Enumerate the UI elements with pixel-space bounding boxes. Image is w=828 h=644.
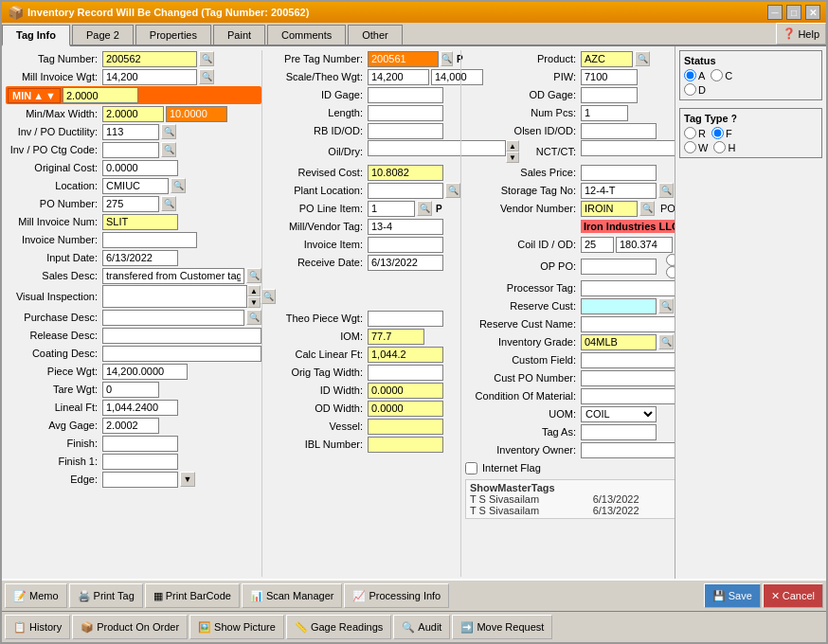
processing-info-button[interactable]: 📈 Processing Info: [344, 583, 449, 608]
input-date-input[interactable]: [102, 250, 178, 266]
avg-gage-input[interactable]: [102, 418, 159, 434]
tag-as-input[interactable]: [581, 424, 657, 440]
tag-number-search-btn[interactable]: 🔍: [199, 51, 214, 66]
inventory-grade-input[interactable]: [581, 334, 657, 350]
finish-input[interactable]: [102, 436, 178, 452]
condition-input[interactable]: [581, 388, 675, 404]
po-line-item-btn[interactable]: 🔍: [417, 201, 432, 216]
tab-page2[interactable]: Page 2: [72, 25, 134, 45]
invoice-number-input[interactable]: [102, 232, 197, 248]
finish1-input[interactable]: [102, 454, 178, 470]
pre-tag-input[interactable]: [368, 51, 439, 67]
inv-ctg-btn[interactable]: 🔍: [161, 142, 176, 157]
revised-cost-input[interactable]: [368, 165, 443, 181]
op-po-input[interactable]: [581, 259, 657, 275]
length-input[interactable]: [368, 105, 443, 121]
release-desc-input[interactable]: [102, 328, 261, 344]
scan-manager-button[interactable]: 📊 Scan Manager: [242, 583, 343, 608]
piw-input[interactable]: [581, 69, 638, 85]
invoice-item-input[interactable]: [368, 237, 443, 253]
cancel-button[interactable]: ✕ Cancel: [763, 583, 823, 608]
edge-input[interactable]: [102, 472, 178, 488]
sales-price-input[interactable]: [581, 165, 657, 181]
product-on-order-button[interactable]: 📦 Product On Order: [72, 615, 188, 639]
vendor-number-btn[interactable]: 🔍: [639, 201, 655, 216]
tab-comments[interactable]: Comments: [267, 25, 346, 45]
min-value-input[interactable]: [63, 87, 138, 103]
vis-scroll-up[interactable]: ▲: [247, 285, 261, 296]
iom-input[interactable]: [368, 329, 424, 345]
coil-id-input[interactable]: [581, 237, 614, 253]
po-number-input[interactable]: [102, 196, 159, 212]
max-width-input[interactable]: [166, 106, 227, 122]
reserve-cust-btn[interactable]: 🔍: [658, 298, 674, 313]
min-spinner-up[interactable]: ▲: [33, 90, 44, 101]
pre-tag-btn[interactable]: 🔍: [441, 51, 453, 66]
inv-ductility-input[interactable]: [102, 124, 159, 140]
location-btn[interactable]: 🔍: [171, 178, 186, 193]
edge-dropdown-btn[interactable]: ▼: [180, 472, 195, 487]
coating-desc-input[interactable]: [102, 346, 261, 362]
status-c-radio[interactable]: [711, 69, 723, 81]
custom-field-input[interactable]: [581, 352, 675, 368]
nct-ct-input[interactable]: [581, 140, 675, 156]
purchase-desc-btn[interactable]: 🔍: [246, 310, 261, 325]
uom-select[interactable]: COIL: [581, 406, 657, 422]
orig-tag-width-input[interactable]: [368, 365, 443, 381]
purchase-desc-input[interactable]: [102, 310, 244, 326]
olsen-idod-input[interactable]: [581, 123, 657, 139]
storage-tag-input[interactable]: [581, 183, 657, 199]
calc-linear-input[interactable]: [368, 347, 443, 363]
receive-date-input[interactable]: [368, 255, 443, 271]
vendor-number-input[interactable]: [581, 201, 638, 217]
show-picture-button[interactable]: 🖼️ Show Picture: [189, 615, 284, 639]
po-number-btn[interactable]: 🔍: [161, 196, 176, 211]
mill-vendor-tag-input[interactable]: [368, 219, 443, 235]
po-line-item-input[interactable]: [368, 201, 415, 217]
audit-a-radio[interactable]: [666, 254, 675, 266]
mill-invoice-num-input[interactable]: [102, 214, 178, 230]
tab-paint[interactable]: Paint: [213, 25, 265, 45]
reserve-cust-input[interactable]: [581, 298, 657, 314]
move-request-button[interactable]: ➡️ Move Request: [452, 615, 552, 639]
scale-theo-input1[interactable]: [368, 69, 429, 85]
inventory-owner-input[interactable]: [581, 442, 675, 458]
processor-tag-input[interactable]: [581, 280, 675, 296]
lineal-ft-input[interactable]: [102, 400, 178, 416]
product-input[interactable]: [581, 51, 633, 67]
tab-tag-info[interactable]: Tag Info: [2, 25, 70, 46]
history-button[interactable]: 📋 History: [5, 615, 70, 639]
status-a-radio[interactable]: [684, 69, 696, 81]
inventory-grade-btn[interactable]: 🔍: [658, 334, 674, 349]
tagtype-r-radio[interactable]: [684, 127, 696, 139]
inv-ductility-btn[interactable]: 🔍: [161, 124, 176, 139]
vessel-input[interactable]: [368, 419, 443, 435]
reserve-cust-name-input[interactable]: [581, 316, 675, 332]
tagtype-f-radio[interactable]: [711, 127, 724, 139]
close-btn[interactable]: ✕: [805, 5, 820, 20]
plant-location-btn[interactable]: 🔍: [445, 183, 460, 198]
tab-properties[interactable]: Properties: [135, 25, 211, 45]
gage-readings-button[interactable]: 📏 Gage Readings: [286, 615, 391, 639]
piece-wgt-input[interactable]: [102, 364, 188, 380]
coil-od-input[interactable]: [616, 237, 673, 253]
internet-flag-checkbox[interactable]: [465, 462, 477, 474]
storage-tag-btn[interactable]: 🔍: [658, 183, 674, 198]
audit-u-radio[interactable]: [666, 266, 675, 278]
plant-location-input[interactable]: [368, 183, 443, 199]
id-width-input[interactable]: [368, 383, 443, 399]
sales-desc-btn[interactable]: 🔍: [246, 268, 261, 283]
mill-invoice-wgt-input[interactable]: [102, 69, 197, 85]
visual-inspection-textarea[interactable]: [102, 285, 247, 308]
tab-other[interactable]: Other: [348, 25, 403, 45]
cust-po-input[interactable]: [581, 370, 675, 386]
tare-wgt-input[interactable]: [102, 382, 159, 398]
min-width-input[interactable]: [102, 106, 164, 122]
num-pcs-input[interactable]: [581, 105, 628, 121]
product-btn[interactable]: 🔍: [635, 51, 650, 66]
print-tag-button[interactable]: 🖨️ Print Tag: [69, 583, 143, 608]
ibl-number-input[interactable]: [368, 437, 443, 453]
original-cost-input[interactable]: [102, 160, 178, 176]
vis-scroll-dn[interactable]: ▼: [247, 296, 261, 308]
od-gage-input[interactable]: [581, 87, 638, 103]
